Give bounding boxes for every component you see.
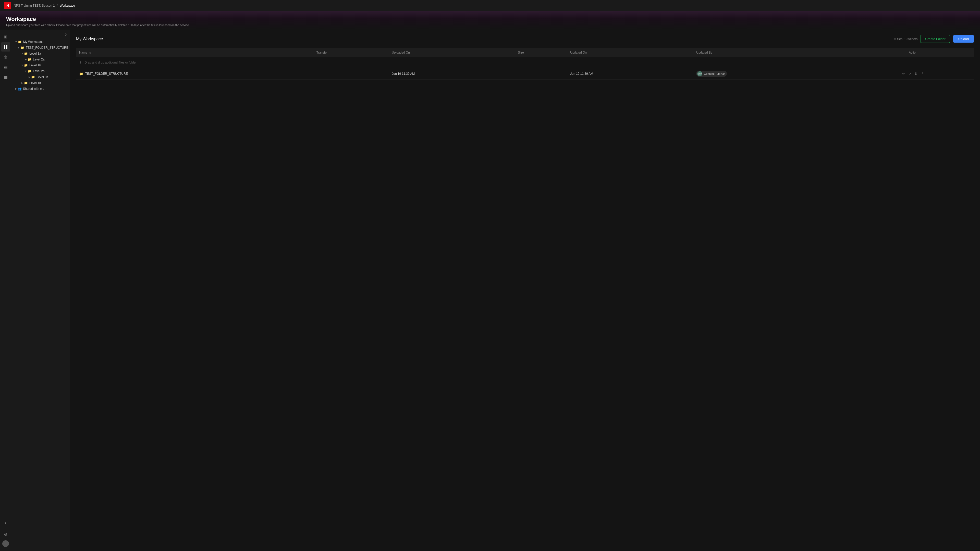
sidebar: ▼ 📁 My Workspace ▼ 📁 TEST_FOLDER_STRUCTU… [11,30,70,551]
svg-rect-5 [4,76,7,77]
main-layout: ⊞ ⚙ ▼ 📁 [0,30,980,551]
col-name[interactable]: Name ⇅ [76,48,313,57]
file-table: Name ⇅ Transfer Uploaded On Size Updated… [76,48,974,79]
sidebar-label-level1a: Level 1a [29,52,41,56]
user-avatar[interactable] [2,540,9,547]
chevron-down-icon: ▼ [21,52,24,56]
cell-updated-by: CHK Content Hub Kar [693,68,852,79]
folder-icon: 📁 [31,75,35,79]
settings-icon[interactable]: ⚙ [1,530,10,539]
page-subtitle: Upload and share your files with others.… [6,24,974,27]
sidebar-item-shared[interactable]: ▶ 👥 Shared with me [12,86,68,92]
folder-icon: 📁 [24,52,28,56]
upload-icon: ⬆ [79,61,82,64]
chevron-down-icon: ▼ [21,64,24,67]
sort-icon: ⇅ [89,52,91,54]
sidebar-item-level1c[interactable]: ▶ 📁 Level 1c [12,80,68,86]
chevron-down-icon: ▼ [17,46,21,49]
folder-icon: 📁 [79,72,83,76]
col-size: Size [515,48,567,57]
cell-size: - [515,68,567,79]
icon-bar-collapse[interactable] [1,518,10,527]
workspace-header: My Workspace 6 files, 10 folders Create … [76,35,974,43]
breadcrumb-current: Workspace [60,4,75,7]
sidebar-item-level1b[interactable]: ▼ 📁 Level 1b [12,62,68,68]
sidebar-item-my-workspace[interactable]: ▼ 📁 My Workspace [12,39,68,44]
chevron-right-icon: ▶ [27,75,31,79]
cell-transfer [313,68,389,79]
drag-drop-text: Drag and drop additional files or folder [84,61,136,64]
cell-uploaded-on: Jun 19 11:39 AM [389,68,515,79]
workspace-main: My Workspace 6 files, 10 folders Create … [70,30,980,551]
updated-by-name: Content Hub Kar [704,72,725,75]
workspace-title: My Workspace [76,37,103,41]
chevron-right-icon: ▶ [21,81,24,85]
page-header: Workspace Upload and share your files wi… [0,11,980,30]
more-options-icon[interactable]: ⋮ [921,72,924,76]
people-icon: 👥 [18,87,22,91]
sidebar-label-my-workspace: My Workspace [23,40,43,44]
folder-icon: 📁 [27,58,32,61]
upload-button[interactable]: Upload [953,35,974,43]
chevron-down-icon: ▼ [24,69,27,73]
avatar-chip: CHK Content Hub Kar [696,71,727,77]
folder-icon: 📁 [18,40,22,44]
avatar: CHK [697,71,702,76]
chevron-right-icon: ▶ [14,87,18,91]
table-row: 📁 TEST_FOLDER_STRUCTURE Jun 19 11:39 AM … [76,68,974,79]
download-icon[interactable]: ⬇ [915,72,918,76]
icon-bar-image[interactable] [1,63,10,72]
drag-drop-row[interactable]: ⬆ Drag and drop additional files or fold… [76,57,974,68]
chevron-down-icon: ▼ [14,40,18,44]
sidebar-item-level2a[interactable]: ▶ 📁 Level 2a [12,57,68,62]
sidebar-item-level1a[interactable]: ▼ 📁 Level 1a [12,51,68,56]
sidebar-label-level2b: Level 2b [33,69,45,73]
svg-rect-2 [4,47,5,49]
file-name[interactable]: TEST_FOLDER_STRUCTURE [85,72,128,76]
icon-bar-workspace[interactable] [1,42,10,52]
svg-rect-3 [6,47,7,49]
action-icons: ✏ ↗ ⬇ ⋮ [856,72,971,76]
top-nav: N NPS Training TEST: Season 1 / Workspac… [0,0,980,11]
folder-icon: 📁 [24,81,28,85]
chevron-right-icon: ▶ [24,58,27,61]
breadcrumb-separator: / [57,4,58,7]
icon-bar-list[interactable] [1,73,10,82]
file-count: 6 files, 10 folders [894,37,918,41]
workspace-actions: 6 files, 10 folders Create Folder Upload [894,35,974,43]
breadcrumb-project[interactable]: NPS Training TEST: Season 1 [14,4,55,7]
create-folder-button[interactable]: Create Folder [921,35,950,43]
folder-icon: 📁 [21,46,24,49]
col-updated-on: Updated On [567,48,693,57]
sidebar-label-level2a: Level 2a [33,58,45,61]
svg-rect-7 [4,78,7,79]
sidebar-item-level2b[interactable]: ▼ 📁 Level 2b [12,68,68,74]
sidebar-item-test-folder[interactable]: ▼ 📁 TEST_FOLDER_STRUCTURE [12,45,68,51]
content-area: ▼ 📁 My Workspace ▼ 📁 TEST_FOLDER_STRUCTU… [11,30,980,551]
cell-updated-on: Jun 19 11:39 AM [567,68,693,79]
table-body: ⬆ Drag and drop additional files or fold… [76,57,974,79]
icon-bar-layers[interactable] [1,52,10,62]
sidebar-label-level1b: Level 1b [29,64,41,67]
table-header: Name ⇅ Transfer Uploaded On Size Updated… [76,48,974,57]
cell-name: 📁 TEST_FOLDER_STRUCTURE [76,68,313,79]
sidebar-label-shared: Shared with me [23,87,44,91]
folder-icon: 📁 [24,64,28,67]
cell-action: ✏ ↗ ⬇ ⋮ [853,68,974,79]
sidebar-label-level3b: Level 3b [37,75,48,79]
icon-bar-grid[interactable]: ⊞ [1,32,10,41]
page-title: Workspace [6,16,974,22]
sidebar-collapse-button[interactable] [11,32,70,39]
edit-icon[interactable]: ✏ [902,72,905,76]
svg-rect-0 [4,45,5,47]
folder-icon: 📁 [27,69,32,73]
col-updated-by: Updated By [693,48,852,57]
share-icon[interactable]: ↗ [908,72,912,76]
icon-bar-bottom: ⚙ [1,518,10,549]
col-transfer: Transfer [313,48,389,57]
col-action: Action [853,48,974,57]
sidebar-item-level3b[interactable]: ▶ 📁 Level 3b [12,74,68,80]
sidebar-label-test-folder: TEST_FOLDER_STRUCTURE [26,46,68,49]
breadcrumb: NPS Training TEST: Season 1 / Workspace [14,4,75,7]
netflix-logo: N [4,2,11,9]
